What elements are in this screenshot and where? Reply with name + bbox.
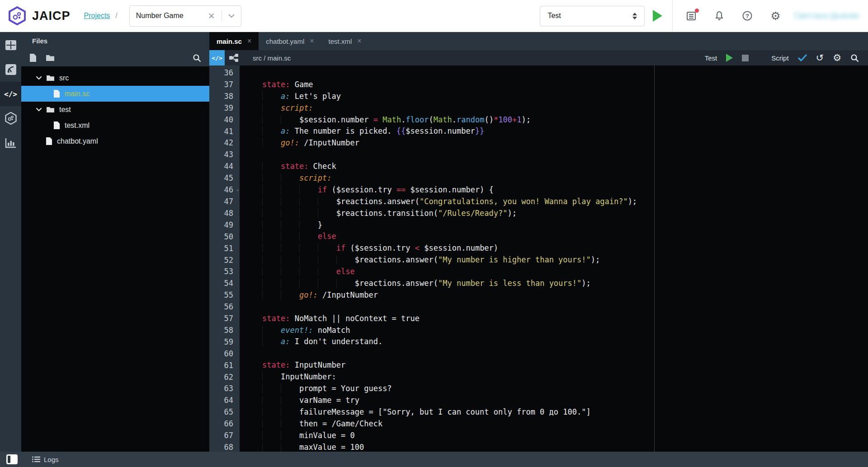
tree-item-src[interactable]: src <box>21 70 209 86</box>
check-icon <box>798 54 807 61</box>
code-line[interactable] <box>262 149 868 161</box>
code-line[interactable]: minValue = 0 <box>262 430 868 442</box>
environment-select[interactable]: Test <box>540 6 645 26</box>
code-line[interactable]: $reactions.answer("My number is less tha… <box>262 278 868 290</box>
code-line[interactable]: if ($session.try == $session.number) { <box>262 184 868 196</box>
code-editor-icon[interactable]: </> <box>0 82 21 106</box>
code-line[interactable]: go!: /InputNumber <box>262 290 868 301</box>
code-line[interactable] <box>262 67 868 79</box>
jaicp-logo-icon <box>8 6 27 25</box>
code-line[interactable]: $session.number = Math.floor(Math.random… <box>262 114 868 126</box>
code-line[interactable]: failureMessage = ["Sorry, but I can coun… <box>262 406 868 418</box>
code-lines[interactable]: state: Game a: Let's play script: $sessi… <box>240 65 868 452</box>
code-line[interactable]: } <box>262 219 868 231</box>
code-line[interactable]: state: Game <box>262 79 868 91</box>
code-line[interactable]: else <box>262 266 868 278</box>
user-name[interactable]: Светлана Дымова <box>794 11 859 20</box>
tree-item-test[interactable]: test <box>21 102 209 117</box>
code-line[interactable]: $reactions.answer("Congratulations, you … <box>262 196 868 208</box>
chevron-down-icon[interactable] <box>36 76 42 80</box>
analytics-chart-icon[interactable] <box>0 131 21 155</box>
help-icon[interactable]: ? <box>741 10 753 22</box>
code-line[interactable]: $reactions.answer("My number is higher t… <box>262 254 868 266</box>
code-line[interactable]: a: The number is picked. {{$session.numb… <box>262 126 868 137</box>
code-line[interactable]: a: Let's play <box>262 91 868 103</box>
gear-icon[interactable]: ⚙ <box>833 53 841 63</box>
code-line[interactable]: $reactions.transition("/Rules/Ready?"); <box>262 208 868 219</box>
line-number: 62 <box>209 372 240 383</box>
code-line[interactable]: prompt = Your guess? <box>262 383 868 395</box>
code-line[interactable]: else <box>262 231 868 243</box>
search-icon[interactable] <box>850 54 859 62</box>
chevron-down-icon[interactable] <box>228 14 235 18</box>
close-icon[interactable]: × <box>357 37 361 45</box>
tasks-icon[interactable] <box>685 10 697 22</box>
line-number: 38 <box>209 91 240 103</box>
tab-chatbot-yaml[interactable]: chatbot.yaml× <box>259 32 321 50</box>
code-line[interactable]: state: NoMatch || noContext = true <box>262 313 868 325</box>
channels-icon[interactable] <box>0 57 21 82</box>
stop-icon[interactable] <box>742 55 749 61</box>
code-line[interactable]: script: <box>262 173 868 184</box>
code-line[interactable]: InputNumber: <box>262 371 868 383</box>
tree-item-label: src <box>59 74 69 82</box>
projects-breadcrumb-link[interactable]: Projects <box>84 12 110 20</box>
bot-hexagon-icon[interactable] <box>0 106 21 131</box>
line-number: 49 <box>209 219 240 231</box>
close-icon[interactable]: × <box>247 37 251 45</box>
gear-icon[interactable]: ⚙ <box>769 10 781 22</box>
line-number: 64 <box>209 395 240 406</box>
code-line[interactable]: a: I don't understand. <box>262 336 868 348</box>
sort-arrows-icon <box>632 13 637 19</box>
tab-test-xml[interactable]: test.xml× <box>321 32 369 50</box>
close-icon[interactable]: ✕ <box>208 12 215 20</box>
new-folder-icon[interactable] <box>46 54 55 61</box>
dashboard-grid-icon[interactable] <box>0 33 21 57</box>
code-line[interactable]: go!: /InputNumber <box>262 137 868 149</box>
code-line[interactable]: maxValue = 100 <box>262 442 868 452</box>
graph-view-button[interactable] <box>225 50 243 65</box>
tree-item-label: main.sc <box>65 90 90 98</box>
line-number: 40 <box>209 114 240 126</box>
panel-toggle-icon[interactable] <box>6 454 18 464</box>
chevron-down-icon[interactable] <box>36 108 42 112</box>
code-line[interactable]: if ($session.try < $session.number) <box>262 243 868 254</box>
line-number: 57 <box>209 313 240 325</box>
tree-item-label: test <box>59 106 71 114</box>
project-selector[interactable]: Number Game ✕ <box>129 5 241 27</box>
code-line[interactable]: script: <box>262 103 868 114</box>
search-icon[interactable] <box>193 54 201 62</box>
tab-label: chatbot.yaml <box>266 37 304 45</box>
line-number: 52 <box>209 255 240 266</box>
code-line[interactable] <box>262 348 868 360</box>
fold-chevron-icon[interactable]: ⌄ <box>236 183 239 195</box>
code-line[interactable]: state: InputNumber <box>262 360 868 371</box>
tree-item-main-sc[interactable]: main.sc <box>21 86 209 102</box>
code-line[interactable]: state: Check <box>262 161 868 173</box>
tree-item-chatbot-yaml[interactable]: chatbot.yaml <box>21 133 209 149</box>
tree-item-label: chatbot.yaml <box>57 137 98 145</box>
new-file-icon[interactable] <box>29 53 37 62</box>
code-line[interactable]: varName = try <box>262 395 868 406</box>
line-number: 59 <box>209 336 240 348</box>
tab-label: test.xml <box>329 37 352 45</box>
code-line[interactable] <box>262 301 868 313</box>
line-number: 36 <box>209 67 240 79</box>
tab-label: main.sc <box>217 37 242 45</box>
code-line[interactable]: then = /Game/Check <box>262 418 868 430</box>
tree-item-test-xml[interactable]: test.xml <box>21 117 209 133</box>
tab-main-sc[interactable]: main.sc× <box>209 32 259 50</box>
logs-button[interactable]: Logs <box>32 456 59 463</box>
line-number: 46⌄ <box>209 184 240 196</box>
close-icon[interactable]: × <box>310 37 314 45</box>
code-line[interactable]: event!: noMatch <box>262 325 868 336</box>
line-number: 55 <box>209 290 240 301</box>
bell-icon[interactable] <box>713 10 725 22</box>
svg-text:?: ? <box>745 13 749 19</box>
undo-icon[interactable]: ↺ <box>816 53 824 63</box>
code-view-button[interactable]: </> <box>209 50 225 65</box>
play-icon[interactable] <box>726 54 733 62</box>
editor-tabbar: main.sc×chatbot.yaml×test.xml× <box>209 32 868 50</box>
run-bot-button[interactable] <box>653 10 662 22</box>
line-number: 58 <box>209 325 240 336</box>
